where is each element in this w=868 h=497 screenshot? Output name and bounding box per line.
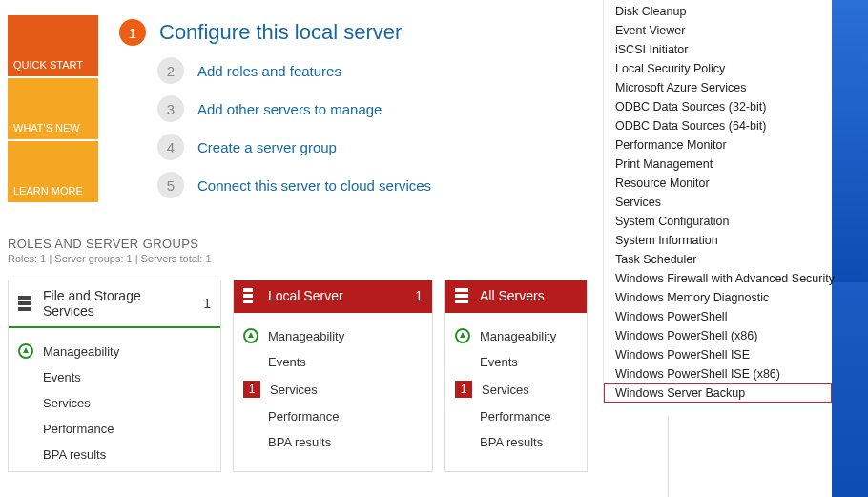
step-link: Add other servers to manage xyxy=(197,101,382,117)
group-item-label: Manageability xyxy=(268,329,344,343)
group-all-servers[interactable]: All Servers Manageability Events 1 Servi… xyxy=(444,280,588,472)
desktop-background-sliver xyxy=(832,0,868,497)
group-item-label: BPA results xyxy=(43,447,106,462)
tools-dropdown-menu: Disk CleanupEvent VieweriSCSI InitiatorL… xyxy=(603,0,832,404)
group-item-label: Events xyxy=(268,355,306,369)
step-number: 1 xyxy=(119,19,146,46)
group-header[interactable]: File and Storage Services 1 xyxy=(9,280,220,328)
tile-whats-new[interactable]: WHAT'S NEW xyxy=(8,78,98,139)
step-number: 3 xyxy=(157,95,184,122)
group-item-label: Performance xyxy=(268,409,339,424)
group-count: 1 xyxy=(415,288,423,303)
tile-label: LEARN MORE xyxy=(13,185,83,197)
tools-menu-item[interactable]: Windows Server Backup xyxy=(604,383,832,403)
step-number: 5 xyxy=(157,172,184,198)
group-item-label: Events xyxy=(43,370,81,384)
group-title: Local Server xyxy=(268,288,405,303)
step-create-server-group[interactable]: 4 Create a server group xyxy=(157,134,593,160)
group-item-label: Services xyxy=(270,383,318,397)
tools-menu-item[interactable]: Resource Monitor xyxy=(604,174,832,193)
tools-menu-item[interactable]: Task Scheduler xyxy=(604,250,832,269)
step-link: Add roles and features xyxy=(197,63,341,79)
group-count: 1 xyxy=(203,296,211,311)
status-ok-icon xyxy=(455,328,470,343)
step-number: 2 xyxy=(157,57,184,84)
step-number: 4 xyxy=(157,134,184,160)
step-add-roles[interactable]: 2 Add roles and features xyxy=(157,57,593,84)
group-item-label: Services xyxy=(482,383,529,397)
group-item-label: Performance xyxy=(480,409,550,424)
tile-label: QUICK START xyxy=(13,59,83,71)
group-local-server[interactable]: Local Server 1 Manageability Events 1 Se… xyxy=(233,280,433,472)
group-item-label: Manageability xyxy=(43,344,119,359)
step-configure-local-server[interactable]: 1 Configure this local server xyxy=(119,19,593,46)
storage-icon xyxy=(18,296,33,311)
tile-quick-start[interactable]: QUICK START xyxy=(8,15,98,76)
tools-menu-item[interactable]: System Information xyxy=(604,231,832,250)
tools-menu-item[interactable]: Local Security Policy xyxy=(604,59,832,78)
group-item-events[interactable]: Events xyxy=(18,364,211,390)
tile-label: WHAT'S NEW xyxy=(13,122,80,134)
group-item-performance[interactable]: Performance xyxy=(455,404,577,429)
servers-icon xyxy=(455,288,470,303)
group-title: File and Storage Services xyxy=(43,288,194,319)
group-item-manageability[interactable]: Manageability xyxy=(243,322,423,349)
tools-menu-item[interactable]: ODBC Data Sources (64-bit) xyxy=(604,116,832,135)
status-ok-icon xyxy=(243,328,258,343)
tools-menu-item[interactable]: System Configuration xyxy=(604,212,832,231)
vertical-divider xyxy=(668,416,669,497)
group-item-manageability[interactable]: Manageability xyxy=(18,338,211,364)
alert-badge: 1 xyxy=(243,381,260,398)
group-file-storage[interactable]: File and Storage Services 1 Manageabilit… xyxy=(8,280,221,472)
quick-start-steps: 1 Configure this local server 2 Add role… xyxy=(119,15,593,210)
tools-menu-item[interactable]: Windows PowerShell ISE (x86) xyxy=(604,364,832,383)
alert-badge: 1 xyxy=(455,381,472,398)
step-link: Create a server group xyxy=(197,139,337,155)
group-item-label: BPA results xyxy=(268,435,331,449)
step-connect-cloud[interactable]: 5 Connect this server to cloud services xyxy=(157,172,593,198)
tools-menu-item[interactable]: Windows PowerShell (x86) xyxy=(604,326,832,345)
group-item-label: Performance xyxy=(43,422,114,436)
group-header[interactable]: All Servers xyxy=(445,280,587,313)
status-ok-icon xyxy=(18,343,33,359)
tools-menu-item[interactable]: Services xyxy=(604,193,832,212)
tools-menu-item[interactable]: ODBC Data Sources (32-bit) xyxy=(604,97,832,116)
step-link: Configure this local server xyxy=(159,20,402,45)
tile-learn-more[interactable]: LEARN MORE xyxy=(8,141,98,202)
group-item-label: BPA results xyxy=(480,435,543,449)
group-item-bpa[interactable]: BPA results xyxy=(455,429,577,455)
section-title-roles: ROLES AND SERVER GROUPS xyxy=(8,237,593,251)
tools-menu-item[interactable]: Microsoft Azure Services xyxy=(604,78,832,97)
tools-menu-item[interactable]: Performance Monitor xyxy=(604,135,832,155)
group-item-events[interactable]: Events xyxy=(455,349,577,375)
server-icon xyxy=(243,288,258,303)
tools-menu-item[interactable]: Windows Firewall with Advanced Security xyxy=(604,269,832,288)
group-item-manageability[interactable]: Manageability xyxy=(455,322,577,349)
tools-menu-item[interactable]: Disk Cleanup xyxy=(604,2,832,21)
step-link: Connect this server to cloud services xyxy=(197,177,431,194)
group-item-services[interactable]: 1 Services xyxy=(455,375,577,404)
group-header[interactable]: Local Server 1 xyxy=(234,280,432,313)
group-item-label: Manageability xyxy=(480,329,556,343)
group-item-services[interactable]: Services xyxy=(18,390,211,416)
group-item-bpa[interactable]: BPA results xyxy=(243,429,423,455)
tools-menu-item[interactable]: Event Viewer xyxy=(604,21,832,40)
group-item-label: Events xyxy=(480,355,518,369)
tools-menu-item[interactable]: iSCSI Initiator xyxy=(604,40,832,59)
tools-menu-item[interactable]: Print Management xyxy=(604,155,832,174)
server-manager-dashboard: QUICK START WHAT'S NEW LEARN MORE 1 Conf… xyxy=(0,0,601,497)
tools-menu-item[interactable]: Windows Memory Diagnostic xyxy=(604,288,832,307)
section-subtitle-roles: Roles: 1 | Server groups: 1 | Servers to… xyxy=(8,253,593,264)
group-title: All Servers xyxy=(480,288,577,303)
group-item-performance[interactable]: Performance xyxy=(18,416,211,442)
tools-menu-item[interactable]: Windows PowerShell ISE xyxy=(604,345,832,364)
group-item-events[interactable]: Events xyxy=(243,349,423,375)
server-groups-row: File and Storage Services 1 Manageabilit… xyxy=(8,280,593,472)
group-item-services[interactable]: 1 Services xyxy=(243,375,423,404)
tools-menu-item[interactable]: Windows PowerShell xyxy=(604,307,832,326)
group-item-label: Services xyxy=(43,396,91,410)
group-item-bpa[interactable]: BPA results xyxy=(18,442,211,467)
step-add-other-servers[interactable]: 3 Add other servers to manage xyxy=(157,95,593,122)
group-item-performance[interactable]: Performance xyxy=(243,404,423,429)
